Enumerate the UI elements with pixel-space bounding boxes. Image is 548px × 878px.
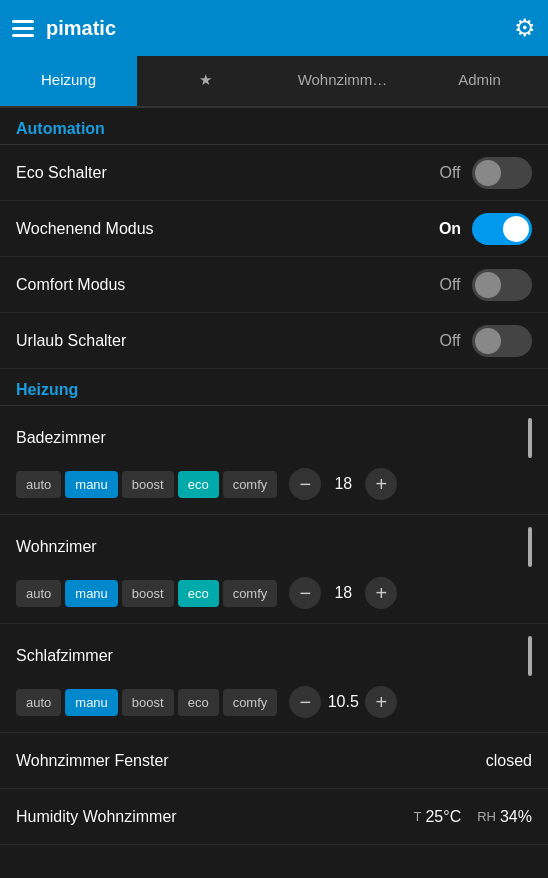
tab-favorites[interactable]: ★ [137,56,274,106]
badezimmer-eco-btn[interactable]: eco [178,471,219,498]
schlafzimmer-comfy-btn[interactable]: comfy [223,689,278,716]
schlafzimmer-temp-increase-btn[interactable]: + [365,686,397,718]
wochenend-modus-knob [503,216,529,242]
schlafzimmer-eco-btn[interactable]: eco [178,689,219,716]
tab-admin[interactable]: Admin [411,56,548,106]
wochenend-modus-state: On [436,220,464,238]
wohnzimer-comfy-btn[interactable]: comfy [223,580,278,607]
badezimmer-temp-value: 18 [327,475,359,493]
gear-icon[interactable]: ⚙ [514,14,536,42]
wohnzimer-temp-increase-btn[interactable]: + [365,577,397,609]
schlafzimmer-auto-btn[interactable]: auto [16,689,61,716]
tab-wohnzimmer[interactable]: Wohnzimm… [274,56,411,106]
schlafzimmer-controls: auto manu boost eco comfy − 10.5 + [16,686,532,718]
comfort-modus-state: Off [436,276,464,294]
urlaub-schalter-knob [475,328,501,354]
humidity-wohnzimmer-label: Humidity Wohnzimmer [16,808,413,826]
eco-schalter-row: Eco Schalter Off [0,145,548,201]
wohnzimer-eco-btn[interactable]: eco [178,580,219,607]
urlaub-schalter-row: Urlaub Schalter Off [0,313,548,369]
eco-schalter-control: Off [436,157,532,189]
wochenend-modus-control: On [436,213,532,245]
badezimmer-temp-increase-btn[interactable]: + [365,468,397,500]
badezimmer-auto-btn[interactable]: auto [16,471,61,498]
wochenend-modus-label: Wochenend Modus [16,220,154,238]
automation-section-header: Automation [0,108,548,145]
humidity-temp-value: 25°C [425,808,461,826]
humidity-wohnzimmer-row: Humidity Wohnzimmer T 25°C RH 34% [0,789,548,845]
badezimmer-boost-btn[interactable]: boost [122,471,174,498]
urlaub-schalter-toggle[interactable] [472,325,532,357]
tab-bar: Heizung ★ Wohnzimm… Admin [0,56,548,108]
badezimmer-comfy-btn[interactable]: comfy [223,471,278,498]
schlafzimmer-temp-control: − 10.5 + [289,686,397,718]
schlafzimmer-scroll-indicator [528,636,532,676]
wohnzimer-boost-btn[interactable]: boost [122,580,174,607]
badezimmer-scroll-indicator [528,418,532,458]
wohnzimer-temp-control: − 18 + [289,577,397,609]
humidity-t-icon: T [413,809,421,824]
schlafzimmer-manu-btn[interactable]: manu [65,689,118,716]
eco-schalter-toggle[interactable] [472,157,532,189]
wohnzimer-block: Wohnzimer auto manu boost eco comfy − 18… [0,515,548,624]
badezimmer-name: Badezimmer [16,429,106,447]
schlafzimmer-name: Schlafzimmer [16,647,113,665]
eco-schalter-knob [475,160,501,186]
wohnzimer-auto-btn[interactable]: auto [16,580,61,607]
wohnzimer-manu-btn[interactable]: manu [65,580,118,607]
wohnzimer-scroll-indicator [528,527,532,567]
wochenend-modus-row: Wochenend Modus On [0,201,548,257]
badezimmer-temp-decrease-btn[interactable]: − [289,468,321,500]
schlafzimmer-header: Schlafzimmer [16,636,532,676]
wochenend-modus-toggle[interactable] [472,213,532,245]
comfort-modus-row: Comfort Modus Off [0,257,548,313]
wohnzimmer-fenster-value: closed [486,752,532,770]
schlafzimmer-boost-btn[interactable]: boost [122,689,174,716]
wohnzimer-name: Wohnzimer [16,538,97,556]
wohnzimer-temp-value: 18 [327,584,359,602]
eco-schalter-state: Off [436,164,464,182]
badezimmer-header: Badezimmer [16,418,532,458]
comfort-modus-control: Off [436,269,532,301]
urlaub-schalter-label: Urlaub Schalter [16,332,126,350]
wohnzimer-temp-decrease-btn[interactable]: − [289,577,321,609]
eco-schalter-label: Eco Schalter [16,164,107,182]
badezimmer-block: Badezimmer auto manu boost eco comfy − 1… [0,406,548,515]
comfort-modus-label: Comfort Modus [16,276,125,294]
humidity-rh-icon: RH [477,809,496,824]
wohnzimer-controls: auto manu boost eco comfy − 18 + [16,577,532,609]
comfort-modus-toggle[interactable] [472,269,532,301]
comfort-modus-knob [475,272,501,298]
hamburger-menu-icon[interactable] [12,20,34,37]
heizung-section-header: Heizung [0,369,548,406]
wohnzimmer-fenster-label: Wohnzimmer Fenster [16,752,169,770]
badezimmer-controls: auto manu boost eco comfy − 18 + [16,468,532,500]
schlafzimmer-temp-decrease-btn[interactable]: − [289,686,321,718]
schlafzimmer-temp-value: 10.5 [327,693,359,711]
wohnzimer-header: Wohnzimer [16,527,532,567]
wohnzimmer-fenster-row: Wohnzimmer Fenster closed [0,733,548,789]
tab-heizung[interactable]: Heizung [0,56,137,106]
urlaub-schalter-control: Off [436,325,532,357]
header-left: pimatic [12,17,116,40]
badezimmer-temp-control: − 18 + [289,468,397,500]
humidity-rh-value: 34% [500,808,532,826]
badezimmer-manu-btn[interactable]: manu [65,471,118,498]
urlaub-schalter-state: Off [436,332,464,350]
app-title: pimatic [46,17,116,40]
schlafzimmer-block: Schlafzimmer auto manu boost eco comfy −… [0,624,548,733]
app-header: pimatic ⚙ [0,0,548,56]
